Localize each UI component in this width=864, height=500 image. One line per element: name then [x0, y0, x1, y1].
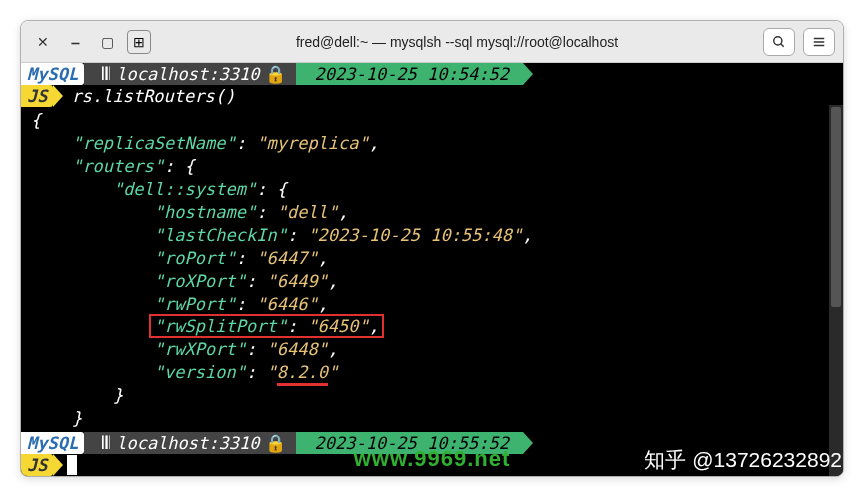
json-key: "hostname" — [154, 202, 256, 222]
json-value: "6450" — [307, 316, 368, 336]
window-controls: ✕ ‒ ▢ — [29, 34, 115, 50]
host-text: localhost:3310 — [116, 432, 259, 455]
terminal-body[interactable]: MySQL 𝄃𝄃 localhost:3310 🔒 2023-10-25 10:… — [21, 63, 843, 476]
time-badge: 2023-10-25 10:54:52 — [296, 63, 522, 85]
json-value: "6448" — [266, 339, 327, 359]
brace-close: } — [31, 408, 82, 428]
titlebar: ✕ ‒ ▢ ⊞ fred@dell:~ — mysqlsh --sql mysq… — [21, 21, 843, 63]
output-block: { "replicaSetName": "myreplica", "router… — [21, 107, 843, 432]
brace-close: } — [31, 385, 123, 405]
json-key: "rwXPort" — [154, 339, 246, 359]
js-prompt-line: JS rs.listRouters() — [21, 85, 843, 107]
json-value: "6446" — [256, 294, 317, 314]
json-value: "8.2.0" — [266, 362, 338, 386]
search-icon[interactable] — [763, 28, 795, 56]
json-value: "dell" — [277, 202, 338, 222]
attribution-text: 知乎 @13726232892 — [644, 446, 842, 474]
json-key: "replicaSetName" — [72, 133, 236, 153]
json-key: "roXPort" — [154, 271, 246, 291]
json-key: "rwPort" — [154, 294, 236, 314]
prompt-line-1: MySQL 𝄃𝄃 localhost:3310 🔒 2023-10-25 10:… — [21, 63, 843, 85]
terminal-window: ✕ ‒ ▢ ⊞ fred@dell:~ — mysqlsh --sql mysq… — [20, 20, 844, 477]
json-key: "roPort" — [154, 248, 236, 268]
close-icon[interactable]: ✕ — [35, 34, 51, 50]
new-tab-button[interactable]: ⊞ — [127, 30, 151, 54]
lock-icon: 🔒 — [265, 432, 286, 455]
json-key: "dell::system" — [113, 179, 256, 199]
maximize-icon[interactable]: ▢ — [99, 34, 115, 50]
highlighted-line: "rwSplitPort": "6450", — [149, 314, 384, 338]
database-icon: 𝄃𝄃 — [102, 432, 110, 455]
json-value: "6449" — [266, 271, 327, 291]
svg-point-0 — [774, 36, 782, 44]
json-value: "6447" — [256, 248, 317, 268]
command-text: rs.listRouters() — [53, 85, 235, 108]
json-key: "version" — [154, 362, 246, 382]
minimize-icon[interactable]: ‒ — [67, 34, 83, 50]
cursor — [67, 455, 77, 475]
scroll-thumb[interactable] — [831, 107, 841, 307]
host-badge: 𝄃𝄃 localhost:3310 🔒 — [84, 432, 296, 454]
host-text: localhost:3310 — [116, 63, 259, 86]
mysql-badge: MySQL — [21, 63, 84, 85]
json-value: "myreplica" — [256, 133, 369, 153]
json-value: "2023-10-25 10:55:48" — [307, 225, 522, 245]
menu-icon[interactable] — [803, 28, 835, 56]
titlebar-right — [763, 28, 835, 56]
json-key: "routers" — [72, 156, 164, 176]
scrollbar[interactable] — [829, 105, 843, 476]
js-badge: JS — [21, 85, 53, 107]
json-key: "lastCheckIn" — [154, 225, 287, 245]
database-icon: 𝄃𝄃 — [102, 63, 110, 86]
window-title: fred@dell:~ — mysqlsh --sql mysql://root… — [163, 34, 751, 50]
json-key: "rwSplitPort" — [154, 316, 287, 336]
mysql-badge: MySQL — [21, 432, 84, 454]
brace: { — [31, 110, 41, 130]
lock-icon: 🔒 — [265, 63, 286, 86]
js-badge: JS — [21, 454, 53, 476]
svg-line-1 — [781, 43, 784, 46]
watermark-text: www.9969.net — [354, 446, 511, 472]
underlined-version: 8.2.0 — [277, 362, 328, 386]
host-badge: 𝄃𝄃 localhost:3310 🔒 — [84, 63, 296, 85]
